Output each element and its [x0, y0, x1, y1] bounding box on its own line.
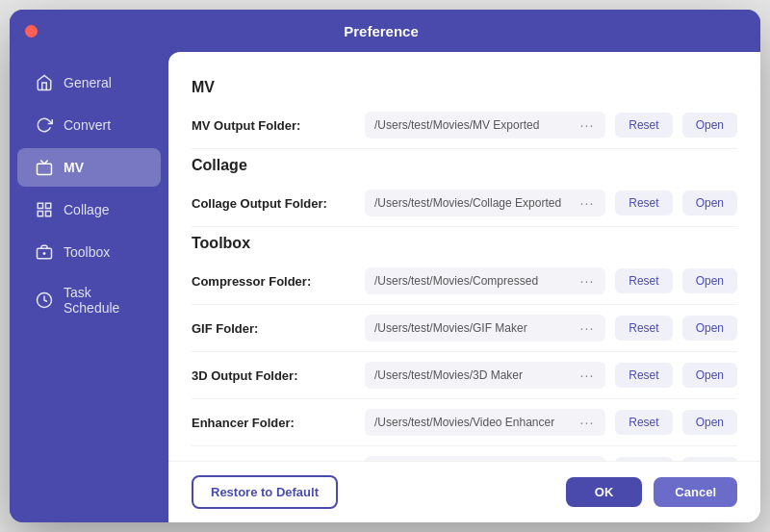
dots-button[interactable]: ··· — [578, 367, 597, 383]
svg-rect-3 — [46, 212, 51, 216]
grid-icon — [35, 200, 54, 219]
home-icon — [35, 73, 54, 92]
reset-button[interactable]: Reset — [615, 113, 672, 138]
sidebar-item-label-mv: MV — [64, 160, 84, 175]
folder-path-box: /Users/test/Movies/Collage Exported··· — [365, 190, 605, 216]
footer: Restore to Default OK Cancel — [168, 461, 760, 522]
sidebar-item-label-task-schedule: Task Schedule — [64, 285, 143, 316]
svg-rect-1 — [38, 203, 42, 208]
sidebar-item-label-general: General — [64, 75, 112, 90]
table-row: Collage Output Folder:/Users/test/Movies… — [192, 180, 737, 227]
reset-button[interactable]: Reset — [615, 363, 672, 388]
sidebar-item-label-collage: Collage — [64, 202, 109, 217]
reset-button[interactable]: Reset — [615, 316, 672, 341]
window-title: Preference — [45, 23, 717, 39]
toolbox-icon — [35, 242, 54, 262]
section-title-toolbox: Toolbox — [192, 235, 737, 252]
table-row: Compressor Folder:/Users/test/Movies/Com… — [192, 258, 737, 305]
open-button[interactable]: Open — [682, 316, 737, 341]
table-row: MV Output Folder:/Users/test/Movies/MV E… — [192, 102, 737, 149]
svg-rect-4 — [38, 212, 42, 216]
section-title-collage: Collage — [192, 157, 737, 174]
folder-path-box: /Users/test/Movies/3D Maker··· — [365, 362, 605, 389]
refresh-icon — [35, 115, 54, 135]
folder-label: Collage Output Folder: — [192, 196, 355, 211]
folder-label: 3D Output Folder: — [192, 368, 355, 383]
open-button[interactable]: Open — [682, 363, 737, 388]
content-area: MVMV Output Folder:/Users/test/Movies/MV… — [168, 52, 760, 522]
svg-rect-2 — [46, 203, 51, 208]
tv-icon — [35, 158, 54, 177]
folder-label: GIF Folder: — [192, 321, 355, 336]
sidebar-item-label-toolbox: Toolbox — [64, 244, 110, 260]
sidebar-item-label-convert: Convert — [64, 117, 111, 133]
folder-path-text: /Users/test/Movies/Video Enhancer — [374, 416, 578, 429]
open-button[interactable]: Open — [682, 410, 737, 435]
restore-default-button[interactable]: Restore to Default — [192, 475, 338, 509]
section-title-mv: MV — [192, 79, 737, 96]
dots-button[interactable]: ··· — [578, 320, 597, 336]
folder-path-text: /Users/test/Movies/Compressed — [374, 274, 578, 288]
preference-window: Preference GeneralConvertMVCollageToolbo… — [10, 10, 760, 522]
content-scroll[interactable]: MVMV Output Folder:/Users/test/Movies/MV… — [168, 52, 760, 461]
folder-path-box: /Users/test/Movies/Video Enhancer··· — [365, 409, 605, 436]
folder-path-box: /Users/test/Movies/MV Exported··· — [365, 112, 605, 139]
close-button[interactable] — [25, 25, 38, 38]
folder-path-box: /Users/test/Movies/Compressed··· — [365, 267, 605, 294]
reset-button[interactable]: Reset — [615, 410, 672, 435]
cancel-button[interactable]: Cancel — [654, 477, 737, 507]
sidebar-item-toolbox[interactable]: Toolbox — [17, 233, 161, 271]
sidebar: GeneralConvertMVCollageToolboxTask Sched… — [10, 52, 168, 522]
dots-button[interactable]: ··· — [578, 415, 597, 430]
reset-button[interactable]: Reset — [615, 268, 672, 293]
table-row: GIF Folder:/Users/test/Movies/GIF Maker·… — [192, 305, 737, 352]
open-button[interactable]: Open — [682, 113, 737, 138]
svg-rect-0 — [38, 164, 52, 174]
sidebar-item-convert[interactable]: Convert — [17, 106, 161, 144]
table-row: 3D Output Folder:/Users/test/Movies/3D M… — [192, 352, 737, 399]
ok-button[interactable]: OK — [566, 477, 643, 507]
folder-path-text: /Users/test/Movies/GIF Maker — [374, 321, 578, 335]
footer-right: OK Cancel — [566, 477, 737, 507]
folder-label: MV Output Folder: — [192, 118, 355, 133]
table-row: Images to GIF Folder:/Users/test/Movies/… — [192, 446, 737, 461]
folder-path-text: /Users/test/Movies/Collage Exported — [374, 196, 578, 210]
dots-button[interactable]: ··· — [578, 117, 597, 133]
sidebar-item-collage[interactable]: Collage — [17, 190, 161, 229]
clock-icon — [35, 291, 54, 310]
title-bar: Preference — [10, 10, 760, 52]
folder-path-text: /Users/test/Movies/3D Maker — [374, 368, 578, 382]
open-button[interactable]: Open — [682, 190, 737, 215]
folder-path-text: /Users/test/Movies/MV Exported — [374, 118, 578, 132]
sidebar-item-mv[interactable]: MV — [17, 148, 161, 187]
folder-label: Enhancer Folder: — [192, 416, 355, 430]
dots-button[interactable]: ··· — [578, 195, 597, 211]
reset-button[interactable]: Reset — [615, 190, 672, 215]
open-button[interactable]: Open — [682, 268, 737, 293]
main-content: GeneralConvertMVCollageToolboxTask Sched… — [10, 52, 760, 522]
folder-path-box: /Users/test/Movies/GIF Maker··· — [365, 315, 605, 342]
sidebar-item-task-schedule[interactable]: Task Schedule — [17, 275, 161, 325]
sidebar-item-general[interactable]: General — [17, 63, 161, 102]
table-row: Enhancer Folder:/Users/test/Movies/Video… — [192, 399, 737, 446]
folder-label: Compressor Folder: — [192, 274, 355, 289]
dots-button[interactable]: ··· — [578, 273, 597, 289]
